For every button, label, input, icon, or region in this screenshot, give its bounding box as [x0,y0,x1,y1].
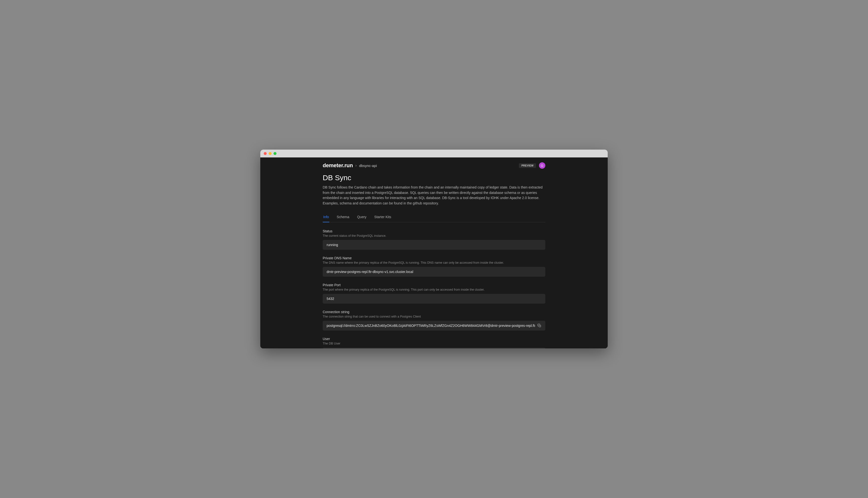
minimize-window-button[interactable] [269,152,272,155]
env-badge: PREVIEW [519,163,536,168]
tab-info[interactable]: Info [323,212,329,222]
field-label: Private Port [323,283,545,287]
field-value: dmtr-preview-postgres-repl.ftr-dbsync-v1… [323,267,545,277]
field-value-text: 5432 [327,297,541,301]
field-description: The port where the primary replica of th… [323,288,545,291]
field-value-text: dmtr-preview-postgres-repl.ftr-dbsync-v1… [327,270,541,274]
header: demeter.run › dbsync-api PREVIEW G [323,157,545,174]
field-description: The connection string that can be used t… [323,315,545,318]
app-window: demeter.run › dbsync-api PREVIEW G DB Sy… [260,149,608,349]
titlebar [260,149,608,157]
field-description: The DB User [323,342,545,345]
chevron-right-icon: › [355,163,357,168]
field-private-dns-name: Private DNS NameThe DNS name where the p… [323,256,545,277]
field-description: The DNS name where the primary replica o… [323,261,545,264]
breadcrumb: demeter.run › dbsync-api [323,162,377,169]
tab-starter-kits[interactable]: Starter Kits [374,212,392,222]
svg-rect-0 [539,325,541,327]
field-private-port: Private PortThe port where the primary r… [323,283,545,304]
field-label: User [323,337,545,341]
field-label: Private DNS Name [323,256,545,260]
tab-schema[interactable]: Schema [336,212,350,222]
field-connection-string: Connection stringThe connection string t… [323,310,545,330]
field-value: postgresql://dmtrro:ZC0LwSZJnBZo60yOKoBl… [323,321,545,330]
field-user: UserThe DB Userdmtrro [323,337,545,349]
maximize-window-button[interactable] [273,152,276,155]
field-value: dmtrro [323,348,545,349]
tab-query[interactable]: Query [357,212,367,222]
avatar[interactable]: G [539,162,545,169]
field-value: running [323,240,545,250]
fields: StatusThe current status of the PostgreS… [323,222,545,349]
breadcrumb-item[interactable]: dbsync-api [359,163,377,168]
brand-link[interactable]: demeter.run [323,162,353,169]
field-status: StatusThe current status of the PostgreS… [323,229,545,250]
field-value-text: running [327,243,541,247]
main: DB Sync DB Sync follows the Cardano chai… [323,174,545,349]
page-title: DB Sync [323,174,545,182]
tabs: InfoSchemaQueryStarter Kits [323,212,545,222]
app-content: demeter.run › dbsync-api PREVIEW G DB Sy… [260,157,608,349]
close-window-button[interactable] [264,152,267,155]
field-value: 5432 [323,294,545,304]
field-value-text: postgresql://dmtrro:ZC0LwSZJnBZo60yOKoBl… [327,324,535,328]
copy-icon[interactable] [538,324,541,328]
header-right: PREVIEW G [519,162,545,169]
field-description: The current status of the PostgreSQL ins… [323,234,545,237]
page-description: DB Sync follows the Cardano chain and ta… [323,185,545,206]
field-label: Connection string [323,310,545,314]
field-label: Status [323,229,545,233]
